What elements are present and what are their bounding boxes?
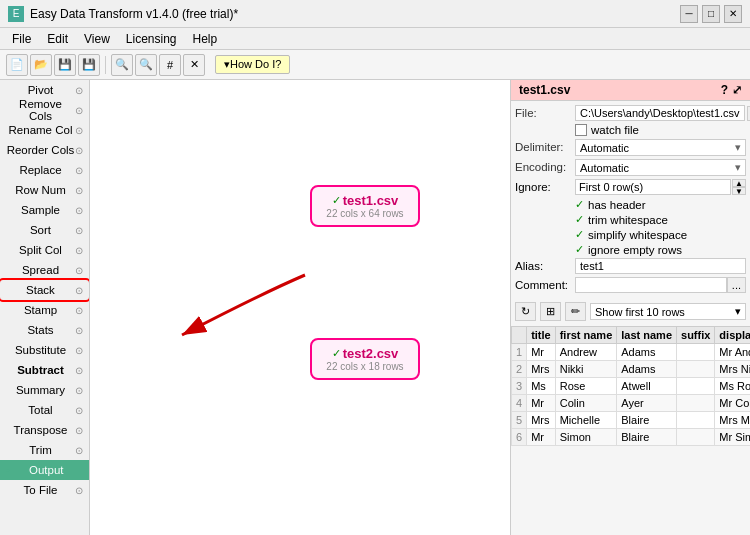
sidebar-item-summary[interactable]: Summary ⊙ (0, 380, 89, 400)
simplify-whitespace-row: ✓ simplify whitespace (515, 228, 746, 241)
encoding-dropdown[interactable]: Automatic ▾ (575, 159, 746, 176)
sidebar-item-sample[interactable]: Sample ⊙ (0, 200, 89, 220)
node-test2-title: test2.csv (343, 346, 399, 361)
cell-first-name: Simon (555, 429, 617, 446)
right-panel-header: test1.csv ? ⤢ (511, 80, 750, 101)
new-button[interactable]: 📄 (6, 54, 28, 76)
open-button[interactable]: 📂 (30, 54, 52, 76)
save-as-button[interactable]: 💾 (78, 54, 100, 76)
node-test2[interactable]: ✓ test2.csv 22 cols x 18 rows (310, 338, 420, 380)
encoding-row: Encoding: Automatic ▾ (515, 159, 746, 176)
cell-title: Mrs (527, 412, 556, 429)
cell-display: Mr Andr (715, 344, 750, 361)
expand-icon[interactable]: ⤢ (732, 83, 742, 97)
cell-suffix (677, 429, 715, 446)
chevron-down-icon-3: ▾ (735, 305, 741, 318)
has-header-check: ✓ (575, 198, 584, 211)
minimize-button[interactable]: ─ (680, 5, 698, 23)
sidebar-item-replace[interactable]: Replace ⊙ (0, 160, 89, 180)
copy-button[interactable]: ⊞ (540, 302, 561, 321)
sidebar-item-reorder-cols[interactable]: Reorder Cols ⊙ (0, 140, 89, 160)
right-panel-title: test1.csv (519, 83, 570, 97)
data-table-container: title first name last name suffix displa… (511, 326, 750, 535)
maximize-button[interactable]: □ (702, 5, 720, 23)
sidebar-item-pivot[interactable]: Pivot ⊙ (0, 80, 89, 100)
table-row: 1 Mr Andrew Adams Mr Andr (512, 344, 751, 361)
sidebar-item-stack[interactable]: Stack ⊙ (0, 280, 89, 300)
watch-file-checkbox[interactable] (575, 124, 587, 136)
save-button[interactable]: 💾 (54, 54, 76, 76)
canvas[interactable]: ✓ test1.csv 22 cols x 64 rows ✓ test2.cs… (90, 80, 510, 535)
sidebar-item-split-col[interactable]: Split Col ⊙ (0, 240, 89, 260)
sidebar-item-output[interactable]: • Output (0, 460, 89, 480)
col-header-suffix: suffix (677, 327, 715, 344)
cell-suffix (677, 412, 715, 429)
menu-file[interactable]: File (4, 30, 39, 48)
sidebar-item-sort[interactable]: Sort ⊙ (0, 220, 89, 240)
delimiter-dropdown[interactable]: Automatic ▾ (575, 139, 746, 156)
refresh-button[interactable]: ↻ (515, 302, 536, 321)
row-num: 1 (512, 344, 527, 361)
has-header-label: has header (588, 199, 646, 211)
file-browse-button[interactable]: ... (747, 106, 750, 121)
sidebar-item-substitute[interactable]: Substitute ⊙ (0, 340, 89, 360)
stop-button[interactable]: ✕ (183, 54, 205, 76)
edit-button[interactable]: ✏ (565, 302, 586, 321)
grid-button[interactable]: # (159, 54, 181, 76)
sidebar-item-subtract[interactable]: Subtract ⊙ (0, 360, 89, 380)
sidebar-item-spread[interactable]: Spread ⊙ (0, 260, 89, 280)
menu-bar: File Edit View Licensing Help (0, 28, 750, 50)
data-table: title first name last name suffix displa… (511, 326, 750, 446)
ignore-spinner[interactable]: ▲ ▼ (732, 179, 746, 195)
row-num: 5 (512, 412, 527, 429)
col-header-display: display n (715, 327, 750, 344)
node-test2-subtitle: 22 cols x 18 rows (324, 361, 406, 372)
cell-suffix (677, 378, 715, 395)
menu-view[interactable]: View (76, 30, 118, 48)
spin-down[interactable]: ▼ (732, 187, 746, 195)
cell-title: Mrs (527, 361, 556, 378)
cell-suffix (677, 361, 715, 378)
menu-edit[interactable]: Edit (39, 30, 76, 48)
close-button[interactable]: ✕ (724, 5, 742, 23)
simplify-whitespace-label: simplify whitespace (588, 229, 687, 241)
sidebar-item-transpose[interactable]: Transpose ⊙ (0, 420, 89, 440)
row-num: 4 (512, 395, 527, 412)
zoom-in-button[interactable]: 🔍 (111, 54, 133, 76)
ignore-empty-rows-check: ✓ (575, 243, 584, 256)
alias-input[interactable] (575, 258, 746, 274)
sidebar-item-row-num[interactable]: Row Num ⊙ (0, 180, 89, 200)
sidebar-item-to-file[interactable]: To File ⊙ (0, 480, 89, 500)
cell-first-name: Andrew (555, 344, 617, 361)
cell-title: Mr (527, 344, 556, 361)
watch-file-row: watch file (515, 124, 746, 136)
how-do-i-button[interactable]: ▾How Do I? (215, 55, 290, 74)
sidebar-item-remove-cols[interactable]: Remove Cols ⊙ (0, 100, 89, 120)
table-row: 6 Mr Simon Blaire Mr Simor (512, 429, 751, 446)
sidebar-item-stats[interactable]: Stats ⊙ (0, 320, 89, 340)
chevron-down-icon: ▾ (735, 141, 741, 154)
ignore-input[interactable] (575, 179, 731, 195)
title-bar: E Easy Data Transform v1.4.0 (free trial… (0, 0, 750, 28)
props-table: File: C:\Users\andy\Desktop\test1.csv ..… (511, 101, 750, 300)
file-row: File: C:\Users\andy\Desktop\test1.csv ..… (515, 105, 746, 121)
col-header-last-name: last name (617, 327, 677, 344)
cell-last-name: Blaire (617, 429, 677, 446)
help-icon[interactable]: ? (721, 83, 728, 97)
menu-help[interactable]: Help (185, 30, 226, 48)
menu-licensing[interactable]: Licensing (118, 30, 185, 48)
cell-display: Mrs Nikk (715, 361, 750, 378)
row-num: 3 (512, 378, 527, 395)
sidebar-item-trim[interactable]: Trim ⊙ (0, 440, 89, 460)
spin-up[interactable]: ▲ (732, 179, 746, 187)
sidebar-item-rename-col[interactable]: Rename Col ⊙ (0, 120, 89, 140)
node-test1[interactable]: ✓ test1.csv 22 cols x 64 rows (310, 185, 420, 227)
sidebar-item-stamp[interactable]: Stamp ⊙ (0, 300, 89, 320)
comment-input[interactable] (575, 277, 727, 293)
file-path-value[interactable]: C:\Users\andy\Desktop\test1.csv (575, 105, 745, 121)
zoom-out-button[interactable]: 🔍 (135, 54, 157, 76)
data-toolbar-row: ↻ ⊞ ✏ Show first 10 rows ▾ (511, 300, 750, 323)
show-rows-dropdown[interactable]: Show first 10 rows ▾ (590, 303, 746, 320)
sidebar-item-total[interactable]: Total ⊙ (0, 400, 89, 420)
comment-button[interactable]: ... (727, 277, 746, 293)
